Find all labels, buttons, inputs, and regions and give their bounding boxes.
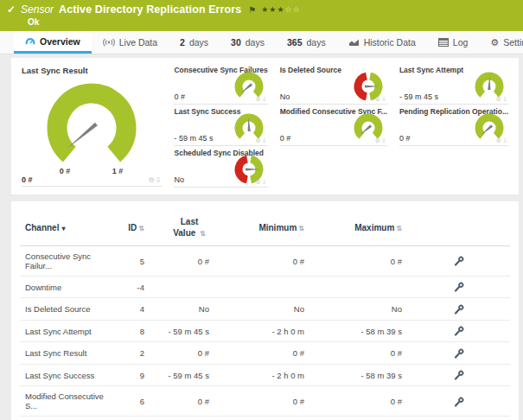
cell-channel: Last Sync Success bbox=[20, 364, 117, 385]
tab-settings-label: Settings bbox=[503, 37, 523, 48]
channel-settings-button[interactable] bbox=[407, 320, 510, 341]
wrench-icon bbox=[454, 370, 464, 380]
column-header-settings bbox=[407, 208, 510, 246]
cell-channel: Is Deleted Source bbox=[20, 298, 117, 320]
tab-settings[interactable]: ⚙ Settings bbox=[479, 31, 523, 54]
tab-365-days-num: 365 bbox=[287, 37, 303, 48]
tab-log[interactable]: Log bbox=[427, 31, 480, 54]
stars-empty[interactable]: ☆☆ bbox=[285, 5, 301, 14]
cell-minimum: No bbox=[214, 298, 309, 320]
mini-gauge-value: 0 # bbox=[280, 134, 291, 143]
mini-gauge-scheduled-sync-disabled: Scheduled Sync Disabled No ⚙⇩ bbox=[174, 149, 267, 188]
gauge-settings-icon[interactable]: ⚙ bbox=[375, 96, 381, 102]
cell-last-value: 0 # bbox=[150, 342, 214, 364]
gauges-panel: Last Sync Result 0 # 1 # 0 # ⚙⇩ bbox=[11, 58, 519, 194]
gauge-pin-icon[interactable]: ⇩ bbox=[381, 96, 387, 102]
column-header-id[interactable]: ID⇅ bbox=[117, 208, 150, 246]
gauge-settings-icon[interactable]: ⚙ bbox=[375, 137, 381, 143]
main-gauge-min-label: 0 # bbox=[60, 167, 71, 175]
gauge-pin-icon[interactable]: ⇩ bbox=[156, 176, 163, 184]
tab-live-data-label: Live Data bbox=[119, 37, 157, 48]
column-header-maximum[interactable]: Maximum⇅ bbox=[309, 208, 407, 246]
tab-live-data[interactable]: Live Data bbox=[92, 31, 169, 54]
gauge-settings-icon[interactable]: ⚙ bbox=[149, 176, 156, 184]
channel-settings-button[interactable] bbox=[407, 342, 510, 364]
sort-desc-icon: ▾ bbox=[61, 225, 65, 232]
mini-gauge-consecutive-sync-failures: Consecutive Sync Failures 0 # ⚙⇩ bbox=[174, 66, 267, 105]
tab-overview-label: Overview bbox=[40, 36, 80, 47]
mini-gauge-last-sync-attempt: Last Sync Attempt - 59 m 45 s ⚙⇩ bbox=[399, 66, 508, 105]
tab-2-days[interactable]: 2 days bbox=[169, 31, 220, 54]
priority-stars[interactable]: ★★★☆☆ bbox=[261, 5, 300, 14]
channel-settings-button[interactable] bbox=[407, 298, 510, 320]
cell-id: 7 bbox=[117, 417, 150, 420]
channel-settings-button[interactable] bbox=[407, 386, 510, 417]
tab-overview[interactable]: Overview bbox=[14, 31, 92, 54]
mini-gauge-value: No bbox=[280, 92, 290, 101]
tab-bar: Overview Live Data 2 days 30 days 365 da… bbox=[0, 31, 523, 54]
gauge-pin-icon[interactable]: ⇩ bbox=[502, 137, 508, 143]
mini-gauge-modified-consecutive-sync-failures: Modified Consecutive Sync F... 0 # ⚙⇩ bbox=[280, 107, 387, 146]
tab-2-days-label: days bbox=[189, 37, 208, 48]
cell-maximum: 0 # bbox=[309, 386, 407, 417]
cell-channel: Pending Replication Op... bbox=[20, 417, 117, 420]
channels-table: Channel▾ ID⇅ Last Value ⇅ Minimum⇅ Maxim… bbox=[20, 208, 510, 420]
stars-filled[interactable]: ★★★ bbox=[261, 5, 284, 14]
gauge-pin-icon[interactable]: ⇩ bbox=[502, 96, 508, 102]
cell-channel: Last Sync Result bbox=[20, 342, 117, 364]
cell-minimum: 0 # bbox=[214, 386, 309, 417]
cell-maximum: - 58 m 39 s bbox=[309, 364, 407, 385]
mini-gauge-value: No bbox=[174, 175, 184, 184]
cell-minimum: 0 # bbox=[214, 417, 309, 420]
main-gauge-value: 0 # bbox=[22, 175, 33, 184]
mini-gauges-grid: Consecutive Sync Failures 0 # ⚙⇩ Is Dele… bbox=[174, 66, 508, 187]
tab-historic-data-label: Historic Data bbox=[364, 37, 416, 48]
wrench-icon bbox=[454, 397, 464, 407]
priority-flag-icon[interactable]: ⚑ bbox=[248, 5, 256, 15]
table-row: Modified Consecutive S... 6 0 # 0 # 0 # bbox=[20, 386, 510, 417]
column-header-last-value[interactable]: Last Value ⇅ bbox=[150, 208, 214, 246]
cell-maximum bbox=[309, 277, 407, 298]
cell-id: 9 bbox=[117, 364, 150, 385]
table-header-row: Channel▾ ID⇅ Last Value ⇅ Minimum⇅ Maxim… bbox=[20, 208, 510, 246]
tab-365-days[interactable]: 365 days bbox=[276, 31, 337, 54]
wrench-icon bbox=[454, 326, 464, 336]
column-header-last-value-label: Last Value bbox=[173, 217, 198, 238]
tab-30-days[interactable]: 30 days bbox=[220, 31, 276, 54]
sensor-status: Ok bbox=[28, 17, 516, 27]
gauge-settings-icon[interactable]: ⚙ bbox=[256, 179, 262, 185]
column-header-minimum-label: Minimum bbox=[258, 223, 297, 232]
gauge-pin-icon[interactable]: ⇩ bbox=[381, 137, 387, 143]
mini-gauge-value: 0 # bbox=[174, 92, 185, 101]
gauge-pin-icon[interactable]: ⇩ bbox=[262, 96, 268, 102]
channel-settings-button[interactable] bbox=[407, 246, 510, 277]
tab-30-days-label: days bbox=[246, 37, 265, 48]
sort-icon: ⇅ bbox=[200, 230, 206, 238]
table-row: Downtime -4 bbox=[20, 277, 510, 298]
cell-last-value: 0 # bbox=[150, 246, 214, 277]
channel-settings-button[interactable] bbox=[407, 364, 510, 385]
cell-last-value: - 59 m 45 s bbox=[150, 320, 214, 341]
channel-settings-button[interactable] bbox=[407, 417, 510, 420]
cell-channel: Last Sync Attempt bbox=[20, 320, 117, 341]
sort-icon: ⇅ bbox=[396, 225, 402, 232]
gauge-pin-icon[interactable]: ⇩ bbox=[262, 137, 268, 143]
main-gauge: 0 # 1 # bbox=[22, 75, 161, 179]
column-header-channel[interactable]: Channel▾ bbox=[20, 208, 117, 246]
cell-last-value: - 59 m 45 s bbox=[150, 364, 214, 385]
live-data-icon bbox=[103, 38, 115, 47]
cell-minimum: 0 # bbox=[214, 342, 309, 364]
gauge-settings-icon[interactable]: ⚙ bbox=[256, 96, 262, 102]
gauge-pin-icon[interactable]: ⇩ bbox=[262, 179, 268, 185]
mini-gauge-last-sync-success: Last Sync Success - 59 m 45 s ⚙⇩ bbox=[174, 107, 267, 146]
cell-minimum: 0 # bbox=[214, 246, 309, 277]
main-gauge-title: Last Sync Result bbox=[22, 66, 162, 75]
gauge-settings-icon[interactable]: ⚙ bbox=[256, 137, 262, 143]
wrench-icon bbox=[454, 256, 464, 266]
column-header-minimum[interactable]: Minimum⇅ bbox=[214, 208, 309, 246]
historic-data-icon bbox=[348, 38, 360, 47]
overview-gauge-icon bbox=[25, 36, 35, 46]
channel-settings-button[interactable] bbox=[407, 277, 510, 298]
cell-id: -4 bbox=[117, 277, 150, 298]
tab-historic-data[interactable]: Historic Data bbox=[337, 31, 427, 54]
